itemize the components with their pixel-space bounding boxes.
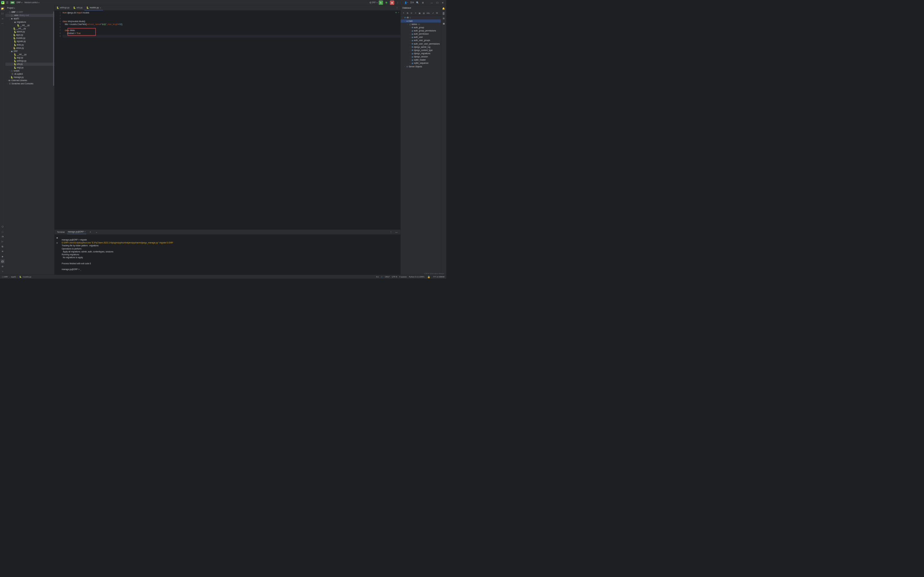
run-gutter-icon[interactable]: ⊖ bbox=[395, 11, 397, 14]
debug-button[interactable]: 🪲 bbox=[384, 0, 389, 5]
db-node-tables[interactable]: ⌄▢tables12 bbox=[401, 23, 441, 26]
translate-icon[interactable]: 文A bbox=[410, 0, 414, 5]
more-actions-icon[interactable]: ⋮ bbox=[395, 0, 400, 5]
db-ddl-button[interactable]: DDL bbox=[426, 12, 431, 14]
db-stop-icon[interactable]: ⨯ bbox=[414, 11, 418, 15]
db-table[interactable]: ›▦django_admin_log bbox=[401, 45, 441, 49]
tree-scratches[interactable]: ›☷Scratches and Consoles bbox=[5, 82, 54, 85]
tree-venv[interactable]: ›▢.venvlibrary root bbox=[5, 14, 54, 17]
problems-icon[interactable]: ⊘ bbox=[0, 264, 5, 269]
new-terminal-icon[interactable]: + bbox=[88, 230, 93, 234]
tree-manage[interactable]: ›🐍manage.py bbox=[5, 76, 54, 79]
terminal-tab-local[interactable]: Terminal bbox=[56, 230, 65, 234]
python-console-icon[interactable]: ⧉ bbox=[0, 244, 5, 249]
line-sep[interactable]: CRLF bbox=[385, 276, 390, 278]
database-panel-header[interactable]: Database bbox=[401, 5, 441, 10]
scrollbar-thumb[interactable] bbox=[53, 11, 54, 86]
db-view1-icon[interactable]: ▦ bbox=[418, 11, 422, 15]
db-add-icon[interactable]: + bbox=[402, 11, 405, 15]
tab-settings[interactable]: 🐍settings.py bbox=[55, 5, 71, 10]
endpoints-icon[interactable]: ▣ bbox=[442, 21, 446, 26]
memory-indicator[interactable]: 777 of 2990M bbox=[433, 276, 444, 278]
project-tool-icon[interactable]: 📁 bbox=[0, 6, 5, 11]
tree-file[interactable]: 🐍tests.py bbox=[5, 43, 54, 46]
tab-models[interactable]: 🐍models.py× bbox=[84, 5, 103, 10]
tw4-icon[interactable]: ▷ bbox=[0, 239, 5, 244]
db-table[interactable]: ›▦auth_user_groups bbox=[401, 39, 441, 42]
minimize-icon[interactable]: — bbox=[430, 0, 434, 5]
close-tab-icon[interactable]: × bbox=[84, 231, 85, 233]
tree-file[interactable]: ›🐍views.py bbox=[5, 46, 54, 49]
db-table[interactable]: ›▦django_migrations bbox=[401, 52, 441, 55]
tab-urls[interactable]: 🐍urls.py bbox=[71, 5, 84, 10]
indent[interactable]: 4 spaces bbox=[399, 276, 406, 278]
project-name[interactable]: DRF ▾ bbox=[17, 1, 23, 3]
db-table[interactable]: ›▦auth_group_permissions bbox=[401, 29, 441, 32]
tree-file[interactable]: 🐍wsgi.py bbox=[5, 66, 54, 69]
tree-external[interactable]: ›⫿⫿External Libraries bbox=[5, 79, 54, 82]
sciview-icon[interactable]: ⊞ bbox=[442, 16, 446, 21]
tree-scripts[interactable]: ›▢scripts bbox=[5, 69, 54, 72]
database-tool-icon[interactable]: 🗄 bbox=[442, 11, 446, 16]
tree-file[interactable]: ›🐍models.py bbox=[5, 37, 54, 40]
run-config-selector[interactable]: dj DRF ▾ bbox=[369, 1, 377, 3]
db-table[interactable]: ›▦sqlite_sequence bbox=[401, 61, 441, 65]
db-node-root[interactable]: ⌄⛁db1 bbox=[401, 16, 441, 19]
breadcrumbs[interactable]: ▢ DRF› app01› 🐍models.py bbox=[2, 276, 31, 278]
db-node-server-objects[interactable]: ›⛁Server Objects bbox=[401, 65, 441, 68]
caret-position[interactable]: 9:1 bbox=[376, 276, 379, 278]
inspection-ok-icon[interactable]: ✓ bbox=[398, 11, 400, 14]
run-button[interactable]: ↻ bbox=[379, 0, 383, 5]
encoding[interactable]: UTF-8 bbox=[392, 276, 397, 278]
tree-app01[interactable]: ⌄▣app01 bbox=[5, 17, 54, 20]
tree-file[interactable]: 🐍asgi.py bbox=[5, 56, 54, 59]
interpreter[interactable]: Python 3.11 (DRF) bbox=[409, 276, 424, 278]
notifications-icon[interactable]: 🔔 bbox=[442, 6, 446, 11]
terminal-tab-manage[interactable]: manage.py@DRF × bbox=[67, 230, 86, 234]
terminal-hide-icon[interactable]: — bbox=[394, 230, 399, 234]
more-tools-icon[interactable]: ⋯ bbox=[0, 21, 5, 26]
tree-file-urls[interactable]: 🐍urls.py bbox=[5, 63, 54, 66]
tw2-icon[interactable]: ◌ bbox=[0, 229, 5, 234]
code-with-me-icon[interactable]: 👤⁺ bbox=[404, 0, 409, 5]
tw5-icon[interactable]: ◈ bbox=[0, 254, 5, 259]
project-panel-header[interactable]: Project ▾ bbox=[5, 5, 54, 10]
maximize-icon[interactable]: ☐ bbox=[435, 0, 440, 5]
db-eye-icon[interactable]: 👁 bbox=[435, 11, 439, 15]
db-table[interactable]: ›▦auth_permission bbox=[401, 32, 441, 35]
db-table[interactable]: ›▦django_content_type bbox=[401, 49, 441, 52]
tree-file[interactable]: ›🐍__init__.py bbox=[5, 27, 54, 30]
tree-file[interactable]: 🐍settings.py bbox=[5, 59, 54, 63]
db-refresh-icon[interactable]: ⟳ bbox=[410, 11, 414, 15]
lock-icon[interactable]: 🔒 bbox=[427, 274, 431, 279]
structure-tool-icon[interactable]: ⫶⫶ bbox=[0, 11, 5, 16]
tree-file[interactable]: ›🐍apps.py bbox=[5, 33, 54, 37]
project-badge[interactable]: DR bbox=[10, 1, 15, 4]
tree-db[interactable]: ☷db.sqlite3 bbox=[5, 73, 54, 76]
terminal-output[interactable]: manage.py@DRF > migrate E:\DRF\.venv\Scr… bbox=[60, 234, 400, 274]
git-tool-icon[interactable]: ⑂ bbox=[0, 269, 5, 274]
db-table[interactable]: ›▦django_session bbox=[401, 55, 441, 58]
main-menu-icon[interactable]: ☰ bbox=[6, 1, 8, 4]
db-table[interactable]: ›▦sqlite_master bbox=[401, 58, 441, 61]
terminal-dropdown-icon[interactable]: ⌄ bbox=[94, 230, 99, 234]
settings-icon[interactable]: ⚙ bbox=[421, 0, 426, 5]
db-jump-icon[interactable]: ➚ bbox=[431, 11, 435, 15]
db-node-main[interactable]: ⌄⧇main bbox=[401, 19, 441, 23]
tree-migrations[interactable]: ⌄▣migrations bbox=[5, 20, 54, 23]
tree-drf[interactable]: ⌄▣DRF bbox=[5, 50, 54, 53]
code-editor[interactable]: 123456789 from django.db import models c… bbox=[55, 11, 400, 230]
db-duplicate-icon[interactable]: ⧉ bbox=[406, 11, 410, 15]
terminal-more-icon[interactable]: ⋮ bbox=[389, 230, 393, 234]
terminal-close-icon[interactable]: ✕ bbox=[55, 241, 60, 245]
db-table[interactable]: ›▦auth_user_user_permissions bbox=[401, 42, 441, 45]
db-table[interactable]: ›▦auth_user bbox=[401, 35, 441, 39]
bookmarks-tool-icon[interactable]: ▫▫ bbox=[0, 16, 5, 21]
tree-root[interactable]: ⌄▢DRFE:\DRF bbox=[5, 11, 54, 14]
tw3-icon[interactable]: ◔ bbox=[0, 234, 5, 239]
tab-more-icon[interactable]: ⋮ bbox=[395, 6, 400, 10]
tree-file[interactable]: 🐍admin.py bbox=[5, 30, 54, 33]
db-table[interactable]: ›▦auth_group bbox=[401, 26, 441, 29]
close-tab-icon[interactable]: × bbox=[100, 6, 101, 9]
terminal-tool-icon[interactable]: ⧠ bbox=[0, 259, 5, 264]
